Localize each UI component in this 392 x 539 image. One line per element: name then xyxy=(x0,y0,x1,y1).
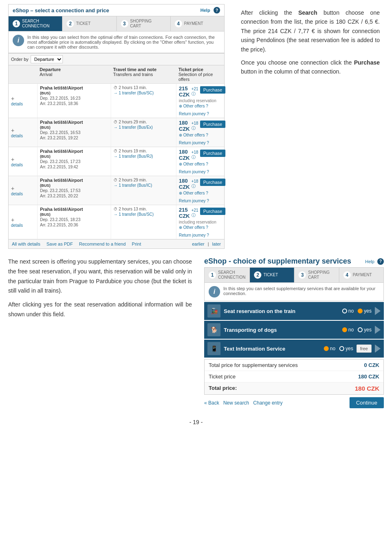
purchase-btn-0[interactable]: Purchase xyxy=(200,86,225,94)
return-journey-0[interactable]: Return journey ? xyxy=(179,112,209,116)
continue-button[interactable]: Continue xyxy=(350,397,384,408)
step-3-num: 3 xyxy=(121,20,128,27)
expand-icon-1[interactable]: + xyxy=(11,127,35,134)
return-journey-3[interactable]: Return journey ? xyxy=(179,199,209,203)
bottom-left-text: The next screen is offering you suppleme… xyxy=(8,257,196,411)
service-arrow-1 xyxy=(375,326,381,334)
ticket-price-value: 180 CZK xyxy=(358,373,379,380)
service-row-0[interactable]: 🚂 Seat reservation on the train no yes xyxy=(204,302,384,320)
radio-no-0[interactable]: no xyxy=(342,308,354,314)
total-price-value: 180 CZK xyxy=(355,385,379,392)
plus-offers-1[interactable]: +18 ⓘ xyxy=(192,121,198,131)
change-entry-link[interactable]: Change entry xyxy=(253,400,283,406)
details-link-4[interactable]: details xyxy=(11,223,35,228)
all-details-link[interactable]: All with details xyxy=(12,242,40,246)
row-travel-0: ⏱ 2 hours 13 min. → 1 transfer (Bus/SC) xyxy=(111,84,176,118)
details-link-2[interactable]: details xyxy=(11,163,35,167)
row-route-3: Praha letiště/Airport(BUS) Dep. 23.2.201… xyxy=(37,176,111,205)
supp-price-label: Total price for supplementary services xyxy=(209,362,298,368)
expand-icon-3[interactable]: + xyxy=(11,185,35,192)
return-journey-2[interactable]: Return journey ? xyxy=(179,170,209,174)
plus-offers-4[interactable]: +21 ⓘ xyxy=(192,208,198,218)
recommend-link[interactable]: Recommend to a friend xyxy=(79,242,126,246)
step2-3-label: SHOPPINGCART xyxy=(308,270,330,280)
step-2-ticket[interactable]: 2 TICKET xyxy=(62,16,116,31)
other-offers-4[interactable]: ⊕ Other offers ? xyxy=(179,225,208,230)
route-arr-0: Arr. 23.2.2015, 18:36 xyxy=(40,101,108,106)
step2-4-label: PAYMENT xyxy=(353,273,372,277)
step2-2-ticket[interactable]: 2 TICKET xyxy=(250,268,294,282)
expand-icon-0[interactable]: + xyxy=(11,95,35,102)
back-link[interactable]: « Back xyxy=(204,400,219,406)
step-4-payment[interactable]: 4 PAYMENT xyxy=(171,16,224,31)
purchase-btn-3[interactable]: Purchase xyxy=(200,179,225,186)
row-travel-3: ⏱ 2 hours 29 min. → 1 transfer (Bus/IC) xyxy=(111,176,176,205)
help-link[interactable]: Help xyxy=(200,8,210,13)
step2-3-cart[interactable]: 3 SHOPPINGCART xyxy=(294,268,339,282)
details-link-0[interactable]: details xyxy=(11,102,35,106)
step-3-label: SHOPPINGCART xyxy=(130,19,152,29)
new-search-link[interactable]: New search xyxy=(223,400,249,406)
row-route-4: Praha letiště/Airport(BUS) Dep. 23.2.201… xyxy=(37,205,111,239)
row-details-1: + details xyxy=(9,118,37,147)
service-icon-1: 🐕 xyxy=(207,323,220,336)
later-link[interactable]: later xyxy=(212,242,221,246)
eshop1-header: eShop – select a connection and price He… xyxy=(8,4,225,16)
transfer-0[interactable]: → 1 transfer (Bus/SC) xyxy=(114,91,174,95)
transfer-2[interactable]: → 1 transfer (Bus/RJ) xyxy=(114,154,174,159)
col-hdr-route: DepartureArrival xyxy=(40,67,113,82)
step2-1-label: SEARCHCONNECTION xyxy=(218,270,245,280)
plus-offers-0[interactable]: +21 ⓘ xyxy=(192,87,198,97)
expand-icon-2[interactable]: + xyxy=(11,156,35,163)
transfer-1[interactable]: → 1 transfer (Bus/Ex) xyxy=(114,125,174,130)
eshop2-help-link[interactable]: Help xyxy=(365,259,374,264)
service-row-1[interactable]: 🐕 Transporting of dogs no yes xyxy=(204,321,384,339)
radio-yes-2[interactable]: yes xyxy=(339,346,353,351)
route-arr-4: Arr. 23.2.2015, 20:36 xyxy=(40,223,108,227)
row-travel-1: ⏱ 2 hours 29 min. → 1 transfer (Bus/Ex) xyxy=(111,118,176,147)
return-journey-4[interactable]: Return journey ? xyxy=(179,233,209,237)
purchase-btn-4[interactable]: Purchase xyxy=(200,208,225,215)
save-pdf-link[interactable]: Save as PDF xyxy=(47,242,73,246)
step-1-search[interactable]: 1 SEARCHCONNECTION xyxy=(9,16,62,31)
radio-yes-0[interactable]: yes xyxy=(358,308,372,314)
travel-dur-3: ⏱ 2 hours 29 min. xyxy=(114,178,174,182)
transfer-4[interactable]: → 1 transfer (Bus/SC) xyxy=(114,212,174,217)
step-3-cart[interactable]: 3 SHOPPINGCART xyxy=(117,16,171,31)
step2-3-num: 3 xyxy=(298,271,306,279)
step2-1-search[interactable]: 1 SEARCHCONNECTION xyxy=(205,268,250,282)
radio-no-1[interactable]: no xyxy=(342,327,354,333)
other-offers-3[interactable]: ⊕ Other offers ? xyxy=(179,191,208,195)
route-from-0: Praha letiště/Airport(BUS) xyxy=(40,85,108,95)
transfer-3[interactable]: → 1 transfer (Bus/IC) xyxy=(114,183,174,188)
plus-offers-3[interactable]: +18 ⓘ xyxy=(192,179,198,189)
purchase-btn-2[interactable]: Purchase xyxy=(200,150,225,157)
nav-links: « Back New search Change entry xyxy=(204,400,283,406)
table-row: + details Praha letiště/Airport(BUS) Dep… xyxy=(9,84,224,118)
service-row-2[interactable]: 📱 Text Information Service no yes free xyxy=(204,340,384,358)
other-offers-1[interactable]: ⊕ Other offers ? xyxy=(179,133,208,137)
page-number: - 19 - xyxy=(8,419,384,425)
other-offers-0[interactable]: ⊕ Other offers ? xyxy=(179,104,208,108)
step-2-label: TICKET xyxy=(76,21,91,26)
radio-no-2[interactable]: no xyxy=(324,346,335,351)
table-row: + details Praha letiště/Airport(BUS) Dep… xyxy=(9,147,224,176)
earlier-link[interactable]: earlier xyxy=(192,242,205,246)
details-link-3[interactable]: details xyxy=(11,192,35,196)
price-note-4: including reservation xyxy=(179,220,225,224)
details-link-1[interactable]: details xyxy=(11,134,35,138)
radio-yes-1[interactable]: yes xyxy=(358,327,372,333)
expand-icon-4[interactable]: + xyxy=(11,217,35,223)
plus-offers-2[interactable]: +18 ⓘ xyxy=(192,150,198,160)
order-by-select[interactable]: Departure Arrival xyxy=(31,55,63,63)
return-journey-1[interactable]: Return journey ? xyxy=(179,141,209,145)
purchase-btn-1[interactable]: Purchase xyxy=(200,121,225,128)
other-offers-2[interactable]: ⊕ Other offers ? xyxy=(179,162,208,166)
print-link[interactable]: Print xyxy=(132,242,141,246)
help-links: Help ? xyxy=(200,7,220,13)
radio-yes-dot-2 xyxy=(339,346,344,351)
step2-4-payment[interactable]: 4 PAYMENT xyxy=(339,268,383,282)
service-options-2: no yes xyxy=(324,346,353,351)
row-price-3: 180 CZK +18 ⓘ Purchase ⊕ Other offers ? … xyxy=(176,176,228,205)
radio-no-dot-1 xyxy=(342,327,347,332)
